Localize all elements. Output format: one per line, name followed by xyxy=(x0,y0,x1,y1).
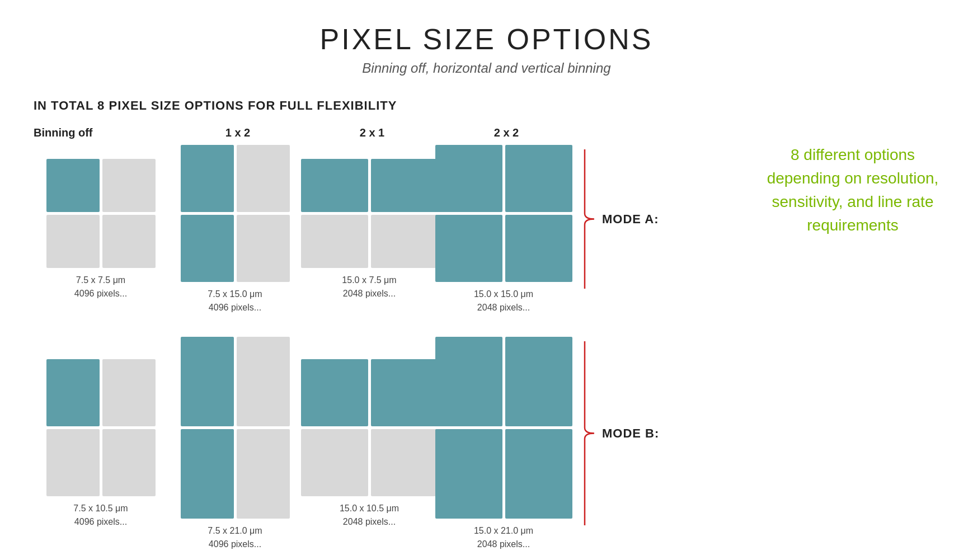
pixel-group: 7.5 x 10.5 μm4096 pixels... xyxy=(34,359,168,529)
bracket-svg xyxy=(582,145,598,293)
col-header-3: 2 x 2 xyxy=(436,126,571,139)
pixel-label: 7.5 x 10.5 μm4096 pixels... xyxy=(73,502,128,529)
pixel-cell xyxy=(301,215,368,268)
pixel-cell xyxy=(371,215,438,268)
pixel-label: 7.5 x 7.5 μm4096 pixels... xyxy=(74,274,127,300)
pixel-grid xyxy=(46,159,156,268)
pixel-cell xyxy=(301,159,368,212)
pixel-group: 15.0 x 7.5 μm2048 pixels... xyxy=(302,159,436,300)
pixel-cell xyxy=(181,215,234,282)
pixel-cell xyxy=(46,215,100,268)
pixel-cell xyxy=(46,159,100,212)
pixel-cell xyxy=(371,429,438,496)
pixel-label: 7.5 x 21.0 μm4096 pixels... xyxy=(208,524,262,551)
pixel-cell xyxy=(505,429,572,519)
grid-section: Binning off1 x 22 x 12 x 2 7.5 x 7.5 μm4… xyxy=(34,126,749,551)
mode-label: MODE A: xyxy=(602,212,659,227)
page-subtitle: Binning off, horizontal and vertical bin… xyxy=(34,60,939,76)
pixel-group: 15.0 x 21.0 μm2048 pixels... xyxy=(436,337,571,551)
pixel-cell xyxy=(237,215,290,282)
pixel-group: 15.0 x 10.5 μm2048 pixels... xyxy=(302,359,436,529)
pixel-cell xyxy=(301,429,368,496)
pixel-cell xyxy=(505,145,572,212)
pixel-label: 15.0 x 21.0 μm2048 pixels... xyxy=(474,524,533,551)
pixel-groups-row: 7.5 x 7.5 μm4096 pixels...7.5 x 15.0 μm4… xyxy=(34,145,571,314)
pixel-cell xyxy=(237,429,290,519)
pixel-cell xyxy=(102,429,156,496)
options-text: 8 different options depending on resolut… xyxy=(766,143,939,237)
pixel-cell xyxy=(435,429,502,519)
pixel-grid xyxy=(301,359,438,496)
pixel-cell xyxy=(371,359,438,426)
side-info: 8 different options depending on resolut… xyxy=(749,126,939,237)
pixel-cell xyxy=(301,359,368,426)
bracket-area: MODE B: xyxy=(576,337,659,530)
rows-container: 7.5 x 7.5 μm4096 pixels...7.5 x 15.0 μm4… xyxy=(34,145,749,551)
pixel-cell xyxy=(505,215,572,282)
pixel-cell xyxy=(102,215,156,268)
pixel-cell xyxy=(371,159,438,212)
page-title: PIXEL SIZE OPTIONS xyxy=(34,22,939,56)
section-heading: IN TOTAL 8 PIXEL SIZE OPTIONS FOR FULL F… xyxy=(34,98,939,113)
pixel-cell xyxy=(102,359,156,426)
pixel-cell xyxy=(46,359,100,426)
pixel-label: 7.5 x 15.0 μm4096 pixels... xyxy=(208,288,262,314)
pixel-cell xyxy=(505,337,572,426)
col-header-0: Binning off xyxy=(34,126,168,139)
pixel-cell xyxy=(181,337,234,426)
pixel-grid xyxy=(181,337,290,519)
mode-label: MODE B: xyxy=(602,426,659,441)
pixel-grid xyxy=(301,159,438,268)
pixel-label: 15.0 x 10.5 μm2048 pixels... xyxy=(340,502,399,529)
pixel-cell xyxy=(435,215,502,282)
main-content: Binning off1 x 22 x 12 x 2 7.5 x 7.5 μm4… xyxy=(34,126,939,551)
col-header-2: 2 x 1 xyxy=(302,126,436,139)
pixel-groups-row: 7.5 x 10.5 μm4096 pixels...7.5 x 21.0 μm… xyxy=(34,337,571,551)
pixel-group: 7.5 x 21.0 μm4096 pixels... xyxy=(168,337,302,551)
mode-row-wrapper: 7.5 x 10.5 μm4096 pixels...7.5 x 21.0 μm… xyxy=(34,337,749,551)
mode-row-wrapper: 7.5 x 7.5 μm4096 pixels...7.5 x 15.0 μm4… xyxy=(34,145,749,314)
pixel-grid xyxy=(181,145,290,282)
pixel-cell xyxy=(435,145,502,212)
pixel-cell xyxy=(181,429,234,519)
pixel-cell xyxy=(435,337,502,426)
page: PIXEL SIZE OPTIONS Binning off, horizont… xyxy=(0,0,973,560)
pixel-group: 7.5 x 15.0 μm4096 pixels... xyxy=(168,145,302,314)
col-headers: Binning off1 x 22 x 12 x 2 xyxy=(34,126,749,139)
pixel-grid xyxy=(435,337,572,519)
bracket-area: MODE A: xyxy=(576,145,659,293)
pixel-group: 15.0 x 15.0 μm2048 pixels... xyxy=(436,145,571,314)
pixel-grid xyxy=(435,145,572,282)
pixel-cell xyxy=(237,337,290,426)
col-header-1: 1 x 2 xyxy=(168,126,302,139)
pixel-cell xyxy=(181,145,234,212)
pixel-label: 15.0 x 15.0 μm2048 pixels... xyxy=(474,288,533,314)
pixel-group: 7.5 x 7.5 μm4096 pixels... xyxy=(34,159,168,300)
pixel-cell xyxy=(102,159,156,212)
pixel-cell xyxy=(237,145,290,212)
pixel-grid xyxy=(46,359,156,496)
bracket-svg xyxy=(582,337,598,530)
pixel-label: 15.0 x 7.5 μm2048 pixels... xyxy=(342,274,396,300)
pixel-cell xyxy=(46,429,100,496)
